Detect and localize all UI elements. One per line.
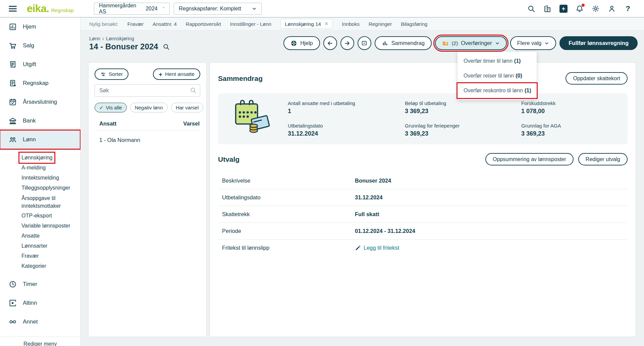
divider — [95, 130, 200, 131]
sidebar-item-label: Altinn — [23, 300, 37, 306]
summary-button[interactable]: Sammendrag — [375, 36, 432, 50]
chevron-down-icon — [252, 6, 257, 11]
employee-search-input[interactable] — [95, 84, 200, 97]
sidebar-item-arsavslutning[interactable]: Årsavslutning — [0, 93, 80, 111]
stat-utbetalingsdato: Utbetalingsdato 31.12.2024 — [288, 123, 405, 137]
close-icon[interactable]: ✕ — [324, 21, 329, 27]
stat-value: 3 369,23 — [405, 130, 521, 137]
company-building-icon[interactable] — [543, 5, 551, 13]
table-row-utbetalingsdato: Utbetalingsdato 31.12.2024 — [218, 189, 628, 206]
notifications-bell-icon[interactable] — [576, 5, 584, 13]
tab-innstillinger-lonn[interactable]: Innstillinger - Lønn — [230, 21, 271, 27]
sidebar-item-salg[interactable]: Salg — [0, 36, 80, 55]
sidebar-item-annet[interactable]: Annet — [0, 312, 80, 331]
sidebar-item-timer[interactable]: Timer — [0, 275, 80, 294]
tab-ansattnr-4[interactable]: Ansattnr. 4 — [153, 21, 177, 27]
sidebar-item-altinn[interactable]: Altinn — [0, 294, 80, 312]
sidebar-item-label: Årsavslutning — [23, 99, 57, 105]
edit-selection-button[interactable]: Rediger utvalg — [578, 153, 628, 165]
filter-chip-negativ-lonn[interactable]: Negativ lønn — [130, 103, 168, 112]
sort-button[interactable]: Sorter — [95, 68, 128, 80]
hamburger-menu-icon[interactable] — [8, 4, 17, 13]
filter-chip-vis-alle[interactable]: ✓ Vis alle — [95, 103, 127, 112]
sort-label: Sorter — [109, 71, 123, 77]
tab-regninger[interactable]: Regninger — [369, 21, 392, 27]
search-icon[interactable] — [163, 43, 170, 50]
sidebar-item-utgift[interactable]: Utgift — [0, 55, 80, 74]
back-button[interactable] — [323, 36, 337, 50]
employee-list-item[interactable]: 1 - Ola Normann — [95, 137, 200, 143]
calendar-money-illustration — [232, 99, 271, 139]
row-label: Skattetrekk — [222, 211, 355, 217]
stat-forskuddstrekk: Forskuddstrekk 1 078,00 — [521, 100, 628, 115]
settings-gear-icon[interactable] — [592, 5, 600, 13]
tab-fravaer[interactable]: Fravær — [127, 21, 144, 27]
sidebar-item-lonn[interactable]: Lønn — [0, 130, 80, 149]
row-label: Fritekst til lønnslipp — [222, 245, 355, 251]
edit-menu-link[interactable]: Rediger meny — [0, 337, 80, 346]
submenu-item-label: OTP-eksport — [21, 213, 52, 219]
search-icon — [190, 87, 197, 94]
altinn-box-icon — [9, 299, 17, 307]
finish-payroll-button[interactable]: Fullfør lønnsavregning — [559, 36, 638, 50]
menu-item-overfor-reskontro[interactable]: Overfør reskontro til lønn (1) — [458, 83, 537, 98]
submenu-item-otp-eksport[interactable]: OTP-eksport — [21, 211, 80, 221]
fetch-employees-button[interactable]: + Hent ansatte — [153, 68, 200, 80]
add-free-text-link[interactable]: Legg til fritekst — [355, 245, 399, 251]
logo-brand: eika. — [27, 3, 49, 15]
sidebar-item-regnskap[interactable]: Regnskap — [0, 74, 80, 93]
breadcrumb-lonnskjoring[interactable]: Lønnskjøring — [106, 36, 134, 41]
recent-tabs-bar: Nylig besøkt: Fravær Ansattnr. 4 Rapport… — [80, 17, 644, 31]
company-year: 2024 — [146, 6, 158, 12]
employee-filters: ✓ Vis alle Negativ lønn Har varsel — [95, 103, 200, 112]
update-taxcard-button[interactable]: Oppdater skattekort — [566, 72, 628, 85]
search-icon[interactable] — [527, 5, 535, 13]
sidebar-item-hjem[interactable]: Hjem — [0, 17, 80, 36]
create-new-icon[interactable]: + — [559, 5, 568, 13]
finish-payroll-label: Fullfør lønnsavregning — [569, 40, 629, 46]
recent-label: Nylig besøkt: — [89, 21, 118, 27]
submenu-item-lonnsarter[interactable]: Lønnsarter — [21, 241, 80, 251]
summary-stats-grid: Antall ansatte med i utbetaling 1 Beløp … — [288, 100, 628, 137]
accountant-selector[interactable]: Regnskapsfører: Komplett — [174, 3, 262, 15]
payroll-post-summary-button[interactable]: Oppsummering av lønnsposter — [485, 153, 574, 165]
transfers-dropdown-menu: Overfør timer til lønn (1) Overfør reise… — [458, 52, 537, 100]
menu-item-overfor-timer[interactable]: Overfør timer til lønn (1) — [458, 54, 537, 68]
transfers-dropdown-button[interactable]: (2) Overføringer — [435, 36, 507, 50]
help-button[interactable]: Hjelp — [283, 36, 320, 50]
tab-rapportoversikt[interactable]: Rapportoversikt — [186, 21, 221, 27]
chevron-down-icon — [162, 6, 165, 11]
fetch-employees-label: Hent ansatte — [165, 71, 195, 77]
tab-lonnskjoring-14-active[interactable]: Lønnskjøring 14 ✕ — [280, 19, 333, 29]
submenu-item-label: Inntektsmelding — [21, 175, 59, 181]
submenu-item-kategorier[interactable]: Kategorier — [21, 261, 80, 271]
user-profile-icon[interactable] — [608, 5, 616, 13]
submenu-item-lonnskjoring[interactable]: Lønnskjøring — [21, 153, 80, 163]
comment-button[interactable] — [358, 36, 371, 50]
stat-value: 3 369,23 — [521, 130, 628, 137]
filter-chip-har-varsel[interactable]: Har varsel — [171, 103, 203, 112]
filter-label: Vis alle — [106, 105, 122, 110]
breadcrumb-lonn[interactable]: Lønn — [89, 36, 100, 41]
submenu-item-fravaer[interactable]: Fravær — [21, 251, 80, 261]
table-row-beskrivelse: Beskrivelse Bonuser 2024 — [218, 172, 628, 189]
submenu-item-a-melding[interactable]: A-melding — [21, 163, 80, 173]
sidebar-item-label: Annet — [23, 318, 38, 325]
submenu-item-arsoppgave[interactable]: Årsoppgave til inntektsmottaker — [21, 193, 80, 211]
submenu-item-ansatte[interactable]: Ansatte — [21, 231, 80, 241]
menu-item-overfor-reiser[interactable]: Overfør reiser til lønn (0) — [458, 68, 537, 83]
tab-innboks[interactable]: Innboks — [342, 21, 360, 27]
company-selector[interactable]: Hammergården AS 2024 — [94, 3, 170, 15]
help-label: Hjelp — [300, 40, 313, 46]
row-label: Beskrivelse — [222, 178, 355, 184]
more-options-button[interactable]: Flere valg — [510, 36, 556, 50]
submenu-item-inntektsmelding[interactable]: Inntektsmelding — [21, 173, 80, 183]
tab-bilagsforing[interactable]: Bilagsføring — [401, 21, 427, 27]
submenu-item-variable-lonnsposter[interactable]: Variable lønnsposter — [21, 221, 80, 231]
sidebar-item-bank[interactable]: Bank — [0, 111, 80, 130]
forward-button[interactable] — [340, 36, 354, 50]
stat-label: Utbetalingsdato — [288, 123, 405, 129]
more-options-label: Flere valg — [517, 40, 541, 46]
submenu-item-tilleggsopplysninger[interactable]: Tilleggsopplysninger — [21, 183, 80, 193]
help-question-icon[interactable]: ? — [624, 5, 632, 13]
